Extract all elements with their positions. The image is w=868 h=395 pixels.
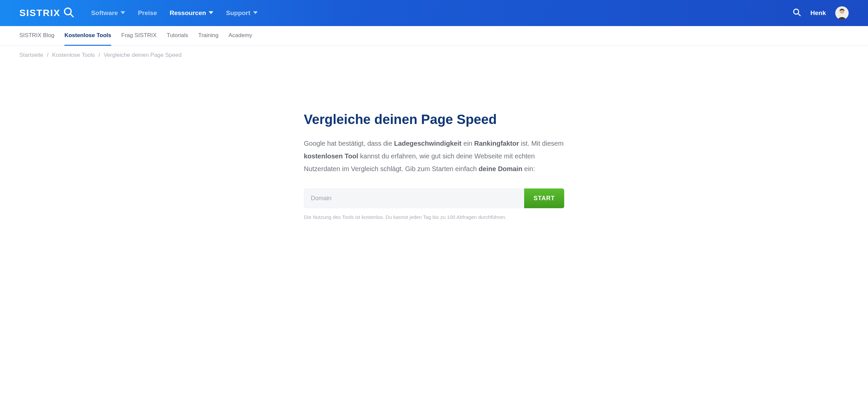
nav-software[interactable]: Software bbox=[91, 9, 125, 17]
nav-support[interactable]: Support bbox=[226, 9, 258, 17]
domain-form: START bbox=[304, 189, 564, 208]
username[interactable]: Henk bbox=[811, 9, 826, 17]
subnav-training[interactable]: Training bbox=[198, 26, 219, 46]
nav-preise[interactable]: Preise bbox=[138, 9, 157, 17]
breadcrumb-current: Vergleiche deinen Page Speed bbox=[103, 52, 181, 58]
magnify-icon bbox=[63, 7, 74, 19]
top-bar: SISTRIX Software Preise Ressourcen Suppo… bbox=[0, 0, 868, 26]
svg-line-3 bbox=[798, 14, 800, 16]
breadcrumb-sep: / bbox=[47, 52, 49, 58]
nav-label: Software bbox=[91, 9, 118, 17]
caret-down-icon bbox=[253, 9, 258, 17]
main-nav: Software Preise Ressourcen Support bbox=[91, 9, 258, 17]
sub-nav: SISTRIX Blog Kostenlose Tools Frag SISTR… bbox=[0, 26, 868, 46]
search-icon[interactable] bbox=[793, 8, 801, 18]
subnav-academy[interactable]: Academy bbox=[228, 26, 252, 46]
intro-text: Google hat bestätigt, dass die Ladegesch… bbox=[304, 137, 564, 175]
start-button[interactable]: START bbox=[524, 189, 564, 208]
nav-label: Support bbox=[226, 9, 250, 17]
breadcrumb-link[interactable]: Kostenlose Tools bbox=[52, 52, 95, 58]
svg-line-1 bbox=[70, 14, 73, 17]
subnav-frag[interactable]: Frag SISTRIX bbox=[121, 26, 157, 46]
caret-down-icon bbox=[209, 9, 213, 17]
subnav-blog[interactable]: SISTRIX Blog bbox=[19, 26, 54, 46]
avatar[interactable] bbox=[835, 6, 849, 20]
subnav-tools[interactable]: Kostenlose Tools bbox=[64, 26, 111, 46]
nav-label: Ressourcen bbox=[169, 9, 206, 17]
logo-text: SISTRIX bbox=[19, 8, 60, 18]
breadcrumb-sep: / bbox=[98, 52, 100, 58]
page-title: Vergleiche deinen Page Speed bbox=[304, 112, 564, 127]
nav-label: Preise bbox=[138, 9, 157, 17]
logo[interactable]: SISTRIX bbox=[19, 7, 74, 19]
breadcrumb: Startseite / Kostenlose Tools / Vergleic… bbox=[0, 46, 868, 58]
breadcrumb-link[interactable]: Startseite bbox=[19, 52, 43, 58]
domain-input[interactable] bbox=[304, 189, 524, 208]
nav-ressourcen[interactable]: Ressourcen bbox=[169, 9, 213, 17]
usage-note: Die Nutzung des Tools ist kostenlos. Du … bbox=[304, 214, 564, 220]
main-content: Vergleiche deinen Page Speed Google hat … bbox=[297, 112, 571, 220]
subnav-tutorials[interactable]: Tutorials bbox=[166, 26, 188, 46]
caret-down-icon bbox=[121, 9, 125, 17]
svg-point-2 bbox=[794, 9, 799, 14]
topbar-right: Henk bbox=[793, 6, 849, 20]
svg-point-0 bbox=[64, 8, 71, 15]
